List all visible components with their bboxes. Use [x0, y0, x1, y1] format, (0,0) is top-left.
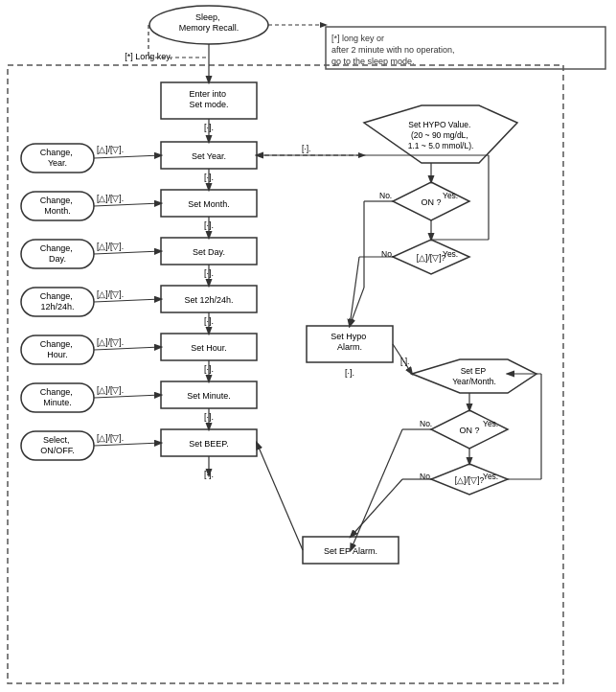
set-hypo-value-shape: Set HYPO Value. (20 ~ 90 mg/dL, 1.1 ~ 5.… — [408, 120, 474, 150]
delta-label-1: [△]/[▽]. — [97, 145, 124, 154]
delta-q1-shape: [△]/[▽]? — [417, 253, 446, 263]
change-month-shape: Change, Month. — [40, 196, 76, 216]
yes-3: Yes. — [483, 419, 498, 428]
svg-line-41 — [94, 347, 161, 350]
delta-label-6: [△]/[▽]. — [97, 385, 124, 395]
svg-line-37 — [94, 155, 161, 158]
set-beep-shape: Set BEEP. — [189, 439, 228, 449]
svg-line-59 — [351, 429, 402, 550]
yes-1: Yes. — [443, 191, 458, 200]
svg-line-39 — [94, 251, 161, 254]
delta-q2-shape: [△]/[▽]? — [455, 475, 485, 485]
change-minute-shape: Change, Minute. — [40, 387, 76, 407]
delta-label-7: [△]/[▽]. — [97, 433, 124, 443]
yes-4: Yes. — [483, 472, 498, 481]
svg-line-43 — [94, 443, 161, 446]
svg-line-51 — [350, 257, 359, 326]
svg-line-61 — [351, 479, 402, 537]
change-12h-shape: Change, 12h/24h. — [40, 291, 76, 311]
delta-label-2: [△]/[▽]. — [97, 194, 124, 203]
set-12-24-shape: Set 12h/24h. — [184, 295, 233, 305]
on-q1-shape: ON ? — [421, 197, 441, 207]
delta-label-4: [△]/[▽]. — [97, 289, 124, 299]
delta-label-3: [△]/[▽]. — [97, 242, 124, 251]
enter-set-shape: Enter into Set mode. — [189, 89, 228, 109]
svg-line-65 — [257, 443, 303, 550]
svg-line-38 — [94, 203, 161, 206]
svg-line-42 — [94, 395, 161, 398]
set-year-shape: Set Year. — [192, 151, 226, 161]
yes-2: Yes. — [443, 249, 458, 259]
no-3: No. — [420, 419, 432, 428]
no-1: No. — [379, 191, 392, 200]
delta-label-5: [△]/[▽]. — [97, 337, 124, 347]
confirm-hypo: [·]. — [345, 368, 354, 378]
set-minute-shape: Set Minute. — [187, 391, 231, 401]
set-hour-shape: Set Hour. — [191, 343, 227, 353]
confirm-right-1: [·]. — [302, 144, 310, 153]
on-q2-shape: ON ? — [459, 426, 479, 435]
confirm-ep: [·]. — [400, 357, 409, 366]
set-month-shape: Set Month. — [188, 199, 230, 209]
set-ep-alarm-shape: Set EP Alarm. — [324, 546, 377, 556]
set-day-shape: Set Day. — [193, 247, 225, 257]
svg-line-40 — [94, 299, 161, 302]
select-onoff-shape: Select, ON/OFF. — [40, 435, 75, 455]
